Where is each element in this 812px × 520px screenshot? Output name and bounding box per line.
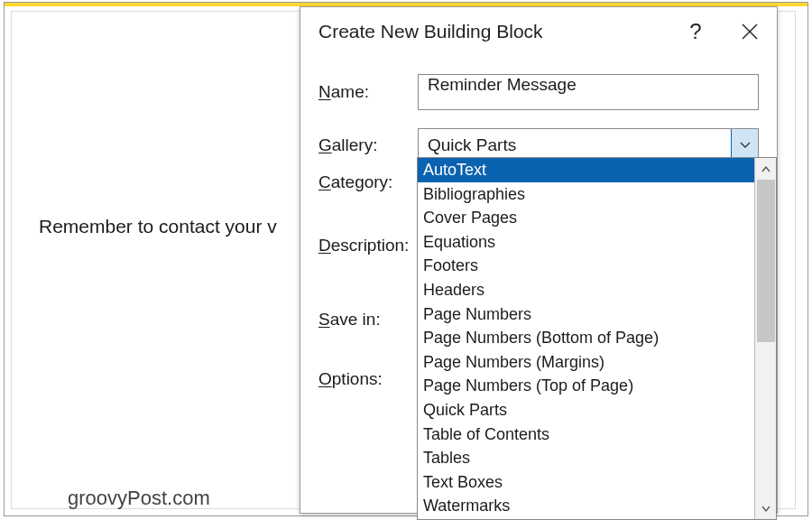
help-button[interactable]: ? <box>669 7 723 56</box>
save-in-label: Save in: <box>318 310 427 330</box>
chevron-up-icon <box>761 166 770 172</box>
gallery-option[interactable]: Page Numbers <box>418 302 754 327</box>
scroll-up-button[interactable] <box>755 158 776 180</box>
gallery-option[interactable]: Cover Pages <box>418 206 754 230</box>
dialog-title: Create New Building Block <box>318 21 669 42</box>
name-label: Name: <box>318 82 418 102</box>
gallery-option[interactable]: Quick Parts <box>418 398 754 422</box>
document-body-text: Remember to contact your v <box>39 216 277 237</box>
name-input[interactable]: Reminder Message <box>418 74 759 110</box>
dialog-titlebar: Create New Building Block ? <box>300 7 777 56</box>
watermark-text: groovyPost.com <box>68 487 210 510</box>
gallery-option[interactable]: Page Numbers (Margins) <box>418 350 754 375</box>
gallery-option[interactable]: Text Boxes <box>418 470 754 495</box>
gallery-option[interactable]: AutoText <box>418 158 754 182</box>
gallery-option[interactable]: Headers <box>418 278 754 302</box>
gallery-option[interactable]: Table of Contents <box>418 422 754 447</box>
gallery-dropdown-list[interactable]: AutoTextBibliographiesCover PagesEquatio… <box>417 157 777 520</box>
description-label: Description: <box>318 236 427 255</box>
category-label: Category: <box>318 172 427 192</box>
gallery-option[interactable]: Page Numbers (Top of Page) <box>418 374 754 398</box>
gallery-option[interactable]: Footers <box>418 254 754 278</box>
chevron-down-icon <box>761 506 770 512</box>
scroll-down-button[interactable] <box>755 497 776 519</box>
gallery-option[interactable]: Watermarks <box>418 494 754 518</box>
create-building-block-dialog: Create New Building Block ? Name: Remind… <box>300 6 778 514</box>
gallery-option[interactable]: Tables <box>418 446 754 470</box>
gallery-option[interactable]: Equations <box>418 230 754 255</box>
scroll-thumb[interactable] <box>757 180 775 342</box>
gallery-option[interactable]: Bibliographies <box>418 182 754 207</box>
options-label: Options: <box>318 369 427 389</box>
chevron-down-icon <box>740 142 751 149</box>
close-button[interactable] <box>723 7 777 56</box>
dropdown-scrollbar[interactable] <box>754 158 776 519</box>
gallery-option[interactable]: Page Numbers (Bottom of Page) <box>418 326 754 350</box>
close-icon <box>742 23 758 40</box>
gallery-label: Gallery: <box>318 135 418 155</box>
scroll-track[interactable] <box>755 180 776 497</box>
